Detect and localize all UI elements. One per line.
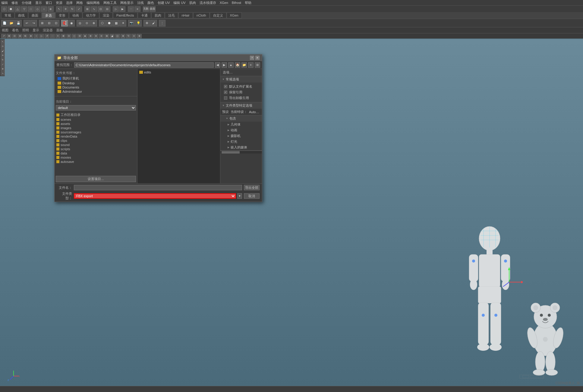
ws-scenes[interactable]: scenes xyxy=(56,117,136,122)
sm-btn-15[interactable]: ⊟ xyxy=(77,34,82,38)
menu-color[interactable]: 颜色 xyxy=(147,1,154,5)
icon-soft-sel[interactable]: ◉ xyxy=(68,20,75,26)
icon-invert[interactable]: ⊡ xyxy=(53,20,59,26)
menu-help[interactable]: 帮助 xyxy=(245,1,251,5)
ws-clips[interactable]: clips xyxy=(56,138,136,143)
menu-window[interactable]: 窗口 xyxy=(46,1,52,5)
cb-unload[interactable] xyxy=(224,96,227,100)
sm-btn-14[interactable]: ◻ xyxy=(72,34,77,38)
tab-paintfx[interactable]: PaintEffects xyxy=(113,12,137,18)
tab-muscle[interactable]: 肌肉 xyxy=(151,12,165,18)
sm-btn-2[interactable]: ⊞ xyxy=(7,34,11,38)
menu-pipeline[interactable]: 流水线缓存 xyxy=(200,1,216,5)
ws-images[interactable]: images xyxy=(56,126,136,130)
tb-snap-point[interactable]: ⊡ xyxy=(98,6,104,12)
include-camera[interactable]: ▶ 摄影机 xyxy=(220,133,262,139)
folder-computer[interactable]: 我的计算机 xyxy=(57,76,136,81)
menu-edit-mesh[interactable]: 编辑网格 xyxy=(87,1,100,5)
sm-btn-13[interactable]: ⊡ xyxy=(66,34,71,38)
sm-btn-3[interactable]: ⊡ xyxy=(12,34,17,38)
tb-btn-8[interactable]: ⊕ xyxy=(48,6,54,12)
path-new-folder-btn[interactable]: 📁 xyxy=(241,62,247,68)
menu-edit[interactable]: 编辑 xyxy=(1,1,8,5)
icon-select-all[interactable]: ⊞ xyxy=(39,20,46,26)
tool-select[interactable]: ↖ xyxy=(1,40,5,44)
tb-scale[interactable]: ⤢ xyxy=(76,6,82,12)
menu-create[interactable]: 分创建 xyxy=(22,1,32,5)
sm-btn-1[interactable]: ↗ xyxy=(1,34,6,38)
sm-btn-21[interactable]: ◪ xyxy=(110,34,115,38)
tb-move[interactable]: ✛ xyxy=(63,6,69,12)
vp-display[interactable]: 显示 xyxy=(33,28,39,33)
sm-btn-25[interactable]: ⊙ xyxy=(131,34,136,38)
vp-renderer[interactable]: 渲染器 xyxy=(43,28,53,33)
tb-snap-grid[interactable]: ⊞ xyxy=(84,6,90,12)
icon-frame-sel[interactable]: ⊙ xyxy=(84,20,90,26)
menu-mesh-tools[interactable]: 网格工具 xyxy=(103,1,117,5)
menu-assets[interactable]: 资源 xyxy=(56,1,62,5)
ws-assets[interactable]: assets xyxy=(56,122,136,126)
sm-btn-18[interactable]: ⊜ xyxy=(93,34,98,38)
icon-wireframe[interactable]: ⬡ xyxy=(99,20,106,26)
set-project-button[interactable]: 设置项目... xyxy=(56,176,136,182)
tool-lasso[interactable]: ⊙ xyxy=(1,44,5,48)
vp-panel[interactable]: 面板 xyxy=(56,28,63,33)
icon-frame-all[interactable]: ⊕ xyxy=(90,20,97,26)
icon-paint-weights[interactable]: 🖌 xyxy=(150,20,157,26)
icon-save[interactable]: 💾 xyxy=(15,20,22,26)
sm-btn-20[interactable]: ⊞ xyxy=(104,34,109,38)
sm-btn-10[interactable]: ⋯ xyxy=(50,34,55,38)
tb-btn-2[interactable]: ⬢ xyxy=(8,6,14,12)
tool-manip[interactable]: ⊕ xyxy=(1,67,5,71)
export-dialog[interactable]: 📁 导出全部 ? ✕ 查找范围： ◀ ▶ ▲ 🏠 📁 ≡ ⊞ xyxy=(54,54,262,202)
sm-btn-9[interactable]: ↺ xyxy=(45,34,49,38)
tb-snap-curve[interactable]: ∿ xyxy=(91,6,97,12)
filetype-header[interactable]: ▼ 文件类型特定选项 xyxy=(220,102,262,109)
tb-ipr[interactable]: ▶ xyxy=(119,6,125,12)
tool-move[interactable]: ✛ xyxy=(1,53,5,58)
h-scrollbar-thumb[interactable] xyxy=(222,151,240,154)
sm-btn-12[interactable]: ⊞ xyxy=(61,34,66,38)
tab-anim[interactable]: 动画 xyxy=(69,12,82,18)
icon-lighting[interactable]: ☀ xyxy=(120,20,126,26)
ws-data[interactable]: data xyxy=(56,151,136,155)
filetype-select[interactable]: FBX export xyxy=(74,193,236,199)
tab-curve[interactable]: 曲线 xyxy=(15,12,28,18)
icon-open[interactable]: 📂 xyxy=(8,20,15,26)
sm-btn-24[interactable]: ↻ xyxy=(126,34,131,38)
folder-desktop[interactable]: Desktop xyxy=(57,81,136,85)
tool-paint[interactable]: 🖌 xyxy=(1,49,5,53)
include-header[interactable]: ▼ 包含 xyxy=(220,115,262,122)
icon-light-link[interactable]: 💡 xyxy=(135,20,142,26)
sm-btn-22[interactable]: ◫ xyxy=(115,34,120,38)
folder-documents[interactable]: Documents xyxy=(57,85,136,89)
filename-input[interactable] xyxy=(74,185,242,190)
filetype-select-arrow[interactable]: ▼ xyxy=(237,193,242,199)
ws-renderdata[interactable]: renderData xyxy=(56,134,136,138)
ws-autosave[interactable]: autosave xyxy=(56,160,136,164)
general-options-header[interactable]: ▼ 常规选项 xyxy=(220,76,262,82)
menu-display[interactable]: 显示 xyxy=(35,1,42,5)
tab-render[interactable]: 渲染 xyxy=(99,12,113,18)
project-select[interactable]: default xyxy=(56,105,136,110)
path-home-btn[interactable]: 🏠 xyxy=(235,62,240,68)
menu-bifrost[interactable]: Bifrost xyxy=(232,1,241,5)
sm-btn-26[interactable]: ⊗ xyxy=(137,34,142,38)
ws-scripts[interactable]: scripts xyxy=(56,147,136,151)
path-input[interactable] xyxy=(74,62,214,68)
icon-redo[interactable]: ↪ xyxy=(30,20,37,26)
tb-btn-4[interactable]: ▽ xyxy=(21,6,27,12)
menu-mesh-display[interactable]: 网格显示 xyxy=(120,1,134,5)
tb-history[interactable]: ⋯ xyxy=(128,6,134,12)
tab-cartoon[interactable]: 卡通 xyxy=(138,12,151,18)
tab-poly[interactable]: 多选 xyxy=(42,12,55,18)
dialog-close-button[interactable]: ✕ xyxy=(255,56,260,60)
tool-scale[interactable]: ⤢ xyxy=(1,62,5,67)
include-light[interactable]: ▶ 灯光 xyxy=(220,139,262,145)
cb-ext[interactable] xyxy=(224,85,227,88)
menu-select[interactable]: 选择 xyxy=(66,1,73,5)
sm-btn-6[interactable]: ⊕ xyxy=(28,34,33,38)
tab-normal[interactable]: 常规 xyxy=(1,12,14,18)
tb-btn-6[interactable]: ◇ xyxy=(34,6,40,12)
middle-panel[interactable]: edits xyxy=(137,69,220,183)
